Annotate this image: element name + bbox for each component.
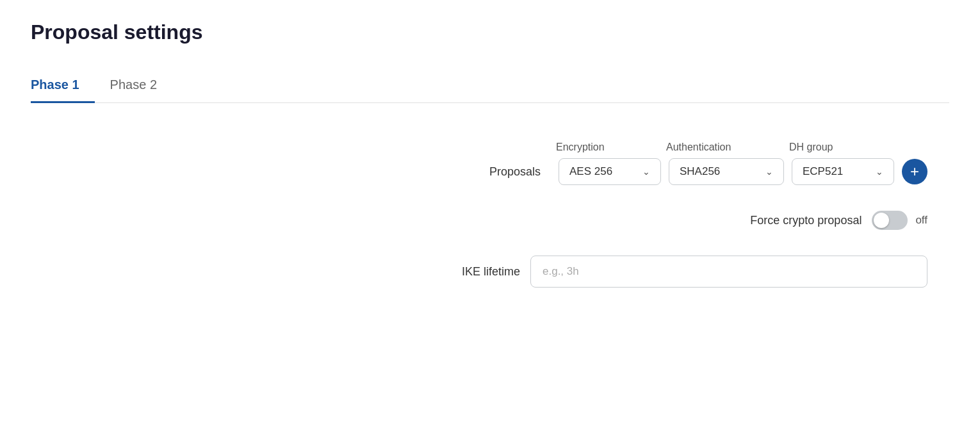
force-crypto-toggle-wrapper: off (872, 211, 927, 230)
proposals-section: Encryption Authentication DH group Propo… (31, 142, 927, 185)
encryption-value: AES 256 (569, 165, 612, 178)
page-title: Proposal settings (31, 20, 949, 44)
toggle-track (872, 211, 908, 230)
tabs-container: Phase 1 Phase 2 (31, 70, 949, 103)
tab-phase1[interactable]: Phase 1 (31, 70, 95, 103)
page-container: Proposal settings Phase 1 Phase 2 Encryp… (0, 0, 980, 308)
dh-group-value: ECP521 (803, 165, 843, 178)
force-crypto-toggle[interactable] (872, 211, 908, 230)
dh-group-chevron-icon: ⌄ (876, 167, 883, 177)
authentication-value: SHA256 (680, 165, 720, 178)
encryption-column-header: Encryption (556, 142, 658, 153)
force-crypto-label: Force crypto proposal (750, 214, 862, 227)
dh-group-dropdown[interactable]: ECP521 ⌄ (792, 158, 894, 185)
content-area: Encryption Authentication DH group Propo… (31, 142, 927, 288)
ike-lifetime-label: IKE lifetime (462, 265, 520, 279)
proposals-row: Proposals AES 256 ⌄ SHA256 ⌄ ECP521 ⌄ + (489, 158, 927, 185)
authentication-dropdown[interactable]: SHA256 ⌄ (669, 158, 784, 185)
encryption-dropdown[interactable]: AES 256 ⌄ (559, 158, 661, 185)
force-crypto-status: off (915, 214, 927, 227)
column-headers-row: Encryption Authentication DH group (556, 142, 927, 153)
ike-lifetime-row: IKE lifetime (31, 256, 927, 288)
ike-lifetime-input[interactable] (530, 256, 927, 288)
add-icon: + (910, 163, 919, 181)
toggle-thumb (874, 213, 889, 228)
add-proposal-button[interactable]: + (902, 159, 927, 184)
encryption-chevron-icon: ⌄ (642, 167, 650, 177)
dh-group-column-header: DH group (789, 142, 892, 153)
force-crypto-row: Force crypto proposal off (31, 211, 927, 230)
tab-phase2[interactable]: Phase 2 (110, 70, 172, 103)
authentication-column-header: Authentication (666, 142, 781, 153)
authentication-chevron-icon: ⌄ (765, 167, 773, 177)
proposals-label: Proposals (489, 165, 541, 179)
